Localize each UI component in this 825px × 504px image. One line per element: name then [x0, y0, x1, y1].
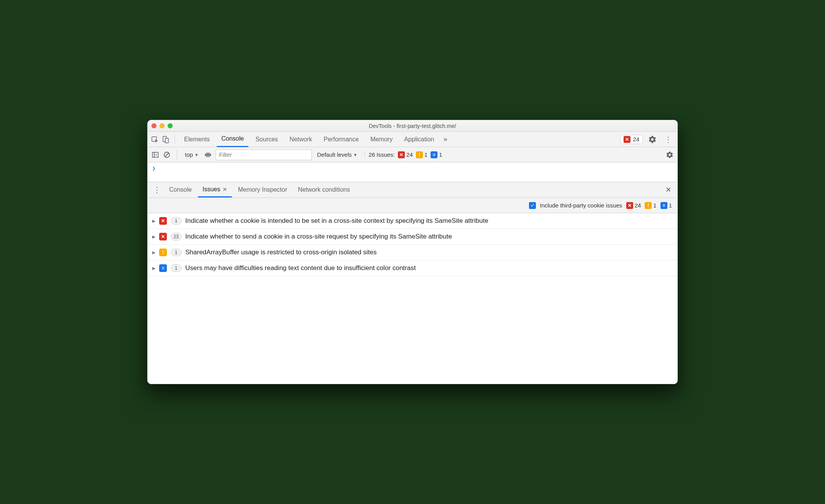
clear-console-icon[interactable] — [163, 151, 171, 159]
inspect-element-icon[interactable] — [151, 135, 159, 144]
issues-summary[interactable]: 26 Issues: ✕24 !1 ≡1 — [364, 151, 442, 158]
drawer-tab-network-conditions[interactable]: Network conditions — [293, 182, 354, 197]
tab-network[interactable]: Network — [285, 132, 317, 147]
error-icon: ✕ — [398, 151, 405, 158]
filter-warn-count: 1 — [653, 202, 656, 209]
svg-rect-2 — [165, 138, 168, 143]
tab-elements[interactable]: Elements — [180, 132, 215, 147]
settings-icon[interactable] — [648, 135, 657, 144]
info-icon: ≡ — [660, 202, 667, 209]
third-party-cookies-label: Include third-party cookie issues — [540, 202, 622, 209]
drawer-tab-memory-inspector[interactable]: Memory Inspector — [233, 182, 292, 197]
divider — [177, 150, 177, 159]
issues-label: 26 Issues: — [369, 151, 395, 158]
log-level-selector[interactable]: Default levels ▼ — [316, 151, 359, 158]
context-selector[interactable]: top ▼ — [183, 151, 200, 158]
issue-count: 1 — [171, 249, 181, 256]
drawer-tab-label: Issues — [203, 186, 220, 193]
issue-count: 1 — [171, 264, 181, 272]
tab-sources[interactable]: Sources — [251, 132, 283, 147]
issue-row[interactable]: ▶ ✕ 23 Indicate whether to send a cookie… — [148, 229, 677, 245]
console-body[interactable]: ❯ — [148, 162, 677, 182]
drawer-tabbar: ⋮ Console Issues ✕ Memory Inspector Netw… — [148, 182, 677, 198]
console-prompt-icon: ❯ — [152, 165, 155, 171]
levels-label: Default levels — [317, 151, 352, 158]
drawer-tab-label: Console — [169, 186, 192, 193]
tab-application[interactable]: Application — [399, 132, 439, 147]
window-title: DevTools - first-party-test.glitch.me/ — [148, 123, 677, 129]
context-label: top — [185, 151, 193, 158]
issue-title: Indicate whether a cookie is intended to… — [185, 217, 488, 225]
chevron-down-icon: ▼ — [353, 153, 358, 157]
topbar-error-count: 24 — [633, 136, 639, 143]
tab-console[interactable]: Console — [217, 132, 249, 147]
live-expression-icon[interactable] — [204, 151, 212, 159]
console-settings-icon[interactable] — [666, 151, 674, 159]
disclosure-triangle-icon[interactable]: ▶ — [152, 266, 155, 271]
main-tabbar: Elements Console Sources Network Perform… — [148, 132, 677, 147]
info-count: 1 — [439, 151, 442, 158]
info-icon: ≡ — [159, 264, 167, 272]
issue-row[interactable]: ▶ ≡ 1 Users may have difficulties readin… — [148, 260, 677, 276]
warning-icon: ! — [416, 151, 423, 158]
error-icon: ✕ — [626, 202, 633, 209]
divider — [175, 135, 175, 144]
disclosure-triangle-icon[interactable]: ▶ — [152, 219, 155, 224]
devtools-window: DevTools - first-party-test.glitch.me/ E… — [147, 120, 678, 384]
blank-area — [148, 276, 677, 384]
svg-point-7 — [207, 154, 209, 156]
issue-count: 23 — [171, 233, 181, 240]
drawer-tab-label: Network conditions — [298, 186, 350, 193]
drawer-close-icon[interactable]: ✕ — [662, 186, 674, 194]
close-tab-icon[interactable]: ✕ — [223, 186, 227, 192]
filter-error-count: 24 — [635, 202, 641, 209]
svg-line-6 — [165, 153, 169, 156]
error-icon: ✕ — [624, 136, 630, 143]
drawer-more-icon[interactable]: ⋮ — [151, 185, 163, 194]
error-icon: ✕ — [159, 233, 167, 240]
drawer-tab-console[interactable]: Console — [165, 182, 196, 197]
error-icon: ✕ — [159, 217, 167, 225]
filter-input[interactable] — [216, 149, 312, 160]
tab-memory[interactable]: Memory — [366, 132, 397, 147]
warn-count: 1 — [424, 151, 427, 158]
issue-row[interactable]: ▶ ! 1 SharedArrayBuffer usage is restric… — [148, 245, 677, 260]
more-tabs-button[interactable]: » — [441, 135, 449, 143]
issue-row[interactable]: ▶ ✕ 1 Indicate whether a cookie is inten… — [148, 213, 677, 229]
drawer-tab-issues[interactable]: Issues ✕ — [198, 182, 232, 197]
warning-icon: ! — [159, 249, 167, 256]
disclosure-triangle-icon[interactable]: ▶ — [152, 234, 155, 239]
console-toolbar: top ▼ Default levels ▼ 26 Issues: ✕24 !1… — [148, 147, 677, 162]
titlebar: DevTools - first-party-test.glitch.me/ — [148, 120, 677, 132]
filter-info-count: 1 — [669, 202, 672, 209]
issue-title: Users may have difficulties reading text… — [185, 264, 416, 272]
device-toggle-icon[interactable] — [161, 135, 170, 144]
tab-performance[interactable]: Performance — [319, 132, 364, 147]
third-party-cookies-checkbox[interactable]: ✓ — [529, 202, 536, 209]
issue-count: 1 — [171, 217, 181, 225]
issues-filter-bar: ✓ Include third-party cookie issues ✕24 … — [148, 198, 677, 213]
chevron-down-icon: ▼ — [195, 153, 199, 157]
issue-title: Indicate whether to send a cookie in a c… — [185, 233, 452, 240]
info-icon: ≡ — [431, 151, 437, 158]
topbar-issues-button[interactable]: ✕ 24 — [620, 135, 643, 144]
drawer-tab-label: Memory Inspector — [238, 186, 287, 193]
console-sidebar-toggle-icon[interactable] — [151, 151, 159, 159]
disclosure-triangle-icon[interactable]: ▶ — [152, 250, 155, 255]
more-menu-icon[interactable]: ⋮ — [662, 135, 674, 144]
issue-title: SharedArrayBuffer usage is restricted to… — [185, 249, 377, 256]
issues-list: ▶ ✕ 1 Indicate whether a cookie is inten… — [148, 213, 677, 276]
warning-icon: ! — [645, 202, 652, 209]
error-count: 24 — [406, 151, 413, 158]
